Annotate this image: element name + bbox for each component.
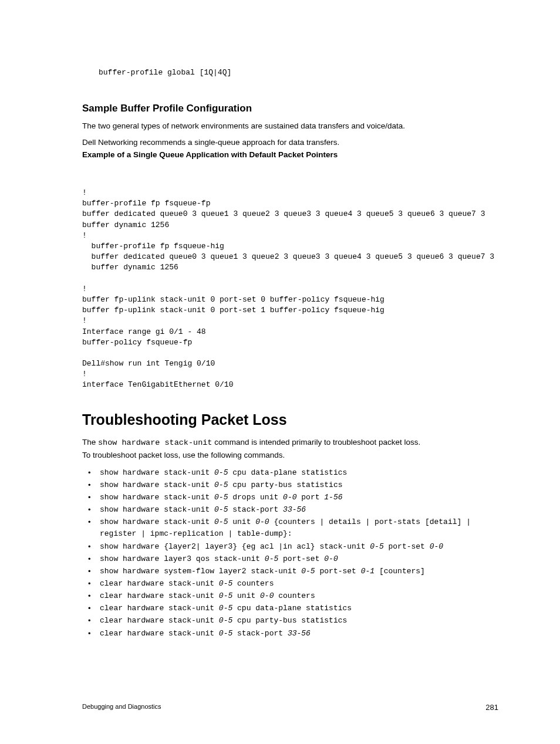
command-segment: 0-5 xyxy=(219,629,232,638)
footer-page-number: 281 xyxy=(485,703,498,712)
command-segment: 0-5 xyxy=(370,542,383,551)
command-segment: cpu data-plane statistics xyxy=(232,604,352,613)
command-segment: 0-0 xyxy=(255,518,269,526)
command-item: clear hardware stack-unit 0-5 counters xyxy=(82,578,498,590)
command-item: show hardware {layer2| layer3} {eg acl |… xyxy=(82,541,498,553)
troubleshoot-text-mono: show hardware stack-unit xyxy=(98,438,212,447)
sample-bold-label: Example of a Single Queue Application wi… xyxy=(82,149,498,161)
command-segment: 0-0 xyxy=(430,542,443,551)
command-segment: 0-5 xyxy=(214,505,228,514)
command-item: show hardware system-flow layer2 stack-u… xyxy=(82,566,498,577)
command-segment: 0-5 xyxy=(219,579,232,588)
command-segment: cpu party-bus statistics xyxy=(228,481,342,489)
command-segment: 0-5 xyxy=(219,604,232,613)
command-segment: clear hardware stack-unit xyxy=(100,591,219,600)
command-list: show hardware stack-unit 0-5 cpu data-pl… xyxy=(82,467,498,640)
command-segment: show hardware stack-unit xyxy=(100,493,214,502)
command-segment: 0-5 xyxy=(214,468,228,477)
command-segment: clear hardware stack-unit xyxy=(100,579,219,588)
page-container: buffer-profile global [1Q|4Q] Sample Buf… xyxy=(0,0,560,744)
command-segment: show hardware stack-unit xyxy=(100,518,214,526)
command-item: clear hardware stack-unit 0-5 cpu party-… xyxy=(82,615,498,627)
heading-sample-buffer: Sample Buffer Profile Configuration xyxy=(82,103,498,114)
command-segment: 0-5 xyxy=(214,493,228,502)
command-segment: show hardware system-flow layer2 stack-u… xyxy=(100,567,301,576)
command-segment: 0-0 xyxy=(260,591,274,600)
command-segment: 0-5 xyxy=(219,616,232,625)
command-segment: show hardware stack-unit xyxy=(100,505,214,514)
troubleshoot-text-post: command is intended primarily to trouble… xyxy=(212,438,420,447)
command-segment: port-set xyxy=(384,542,430,551)
command-segment: stack-port xyxy=(232,629,288,638)
command-segment: 0-5 xyxy=(219,591,232,600)
troubleshoot-paragraph-1: The show hardware stack-unit command is … xyxy=(82,437,498,449)
command-segment: unit xyxy=(228,518,255,526)
sample-paragraph-1: The two general types of network environ… xyxy=(82,120,498,132)
command-segment: drops unit xyxy=(228,493,283,502)
command-segment: cpu party-bus statistics xyxy=(232,616,347,625)
command-segment: 0-5 xyxy=(214,518,228,526)
command-segment: 0-1 xyxy=(361,567,375,576)
command-segment: 0-0 xyxy=(283,493,296,502)
command-item: show hardware stack-unit 0-5 stack-port … xyxy=(82,504,498,516)
command-segment: clear hardware stack-unit xyxy=(100,629,219,638)
command-segment: 0-5 xyxy=(265,554,278,563)
command-item: show hardware stack-unit 0-5 unit 0-0 {c… xyxy=(82,516,498,540)
command-item: clear hardware stack-unit 0-5 cpu data-p… xyxy=(82,603,498,614)
command-segment: cpu data-plane statistics xyxy=(228,468,347,477)
command-item: show hardware layer3 qos stack-unit 0-5 … xyxy=(82,553,498,565)
command-item: show hardware stack-unit 0-5 cpu data-pl… xyxy=(82,467,498,479)
command-segment: 0-5 xyxy=(214,481,228,489)
command-segment: port-set xyxy=(315,567,361,576)
command-segment: 33-56 xyxy=(288,629,311,638)
command-segment: clear hardware stack-unit xyxy=(100,616,219,625)
command-segment: clear hardware stack-unit xyxy=(100,604,219,613)
troubleshoot-paragraph-2: To troubleshoot packet loss, use the fol… xyxy=(82,449,498,461)
command-segment: port xyxy=(296,493,324,502)
command-segment: show hardware stack-unit xyxy=(100,468,214,477)
page-footer: Debugging and Diagnostics 281 xyxy=(82,703,498,712)
command-segment: show hardware {layer2| layer3} {eg acl |… xyxy=(100,542,370,551)
command-segment: unit xyxy=(232,591,260,600)
command-segment: show hardware stack-unit xyxy=(100,481,214,489)
heading-troubleshooting: Troubleshooting Packet Loss xyxy=(82,411,498,428)
command-segment: 33-56 xyxy=(283,505,306,514)
footer-section-title: Debugging and Diagnostics xyxy=(82,703,161,712)
top-code-line: buffer-profile global [1Q|4Q] xyxy=(99,67,498,78)
troubleshoot-text-pre: The xyxy=(82,438,98,447)
config-code-block: ! buffer-profile fp fsqueue-fp buffer de… xyxy=(82,177,498,391)
command-segment: show hardware layer3 qos stack-unit xyxy=(100,554,265,563)
command-segment: 1-56 xyxy=(324,493,342,502)
command-item: show hardware stack-unit 0-5 cpu party-b… xyxy=(82,479,498,491)
command-segment: port-set xyxy=(278,554,324,563)
command-segment: [counters] xyxy=(375,567,425,576)
command-segment: 0-5 xyxy=(301,567,315,576)
command-segment: stack-port xyxy=(228,505,283,514)
command-item: clear hardware stack-unit 0-5 unit 0-0 c… xyxy=(82,590,498,602)
command-item: clear hardware stack-unit 0-5 stack-port… xyxy=(82,628,498,640)
command-item: show hardware stack-unit 0-5 drops unit … xyxy=(82,492,498,503)
command-segment: 0-0 xyxy=(324,554,338,563)
command-segment: counters xyxy=(232,579,274,588)
command-segment: counters xyxy=(274,591,315,600)
sample-paragraph-2: Dell Networking recommends a single-queu… xyxy=(82,137,498,148)
